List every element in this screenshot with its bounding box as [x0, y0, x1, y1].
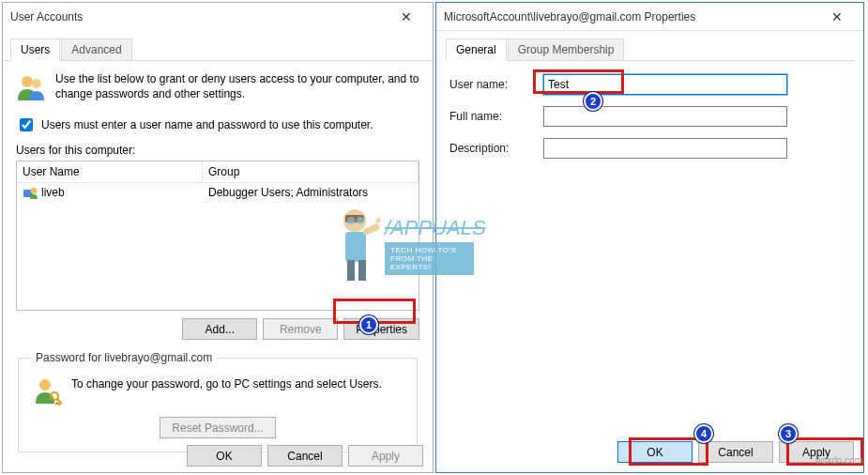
cancel-button[interactable]: Cancel	[698, 441, 773, 463]
password-legend: Password for livebrayo@gmail.com	[32, 351, 216, 364]
properties-title: MicrosoftAccount\livebrayo@gmail.com Pro…	[444, 10, 818, 23]
user-name-cell: liveb	[41, 186, 65, 199]
close-icon[interactable]: ✕	[388, 5, 425, 29]
users-listview[interactable]: User Name Group liveb Debugger Users; Ad…	[16, 161, 419, 311]
require-password-checkbox[interactable]	[20, 118, 33, 131]
ok-button[interactable]: OK	[187, 445, 262, 467]
description-label: Description:	[449, 142, 534, 155]
cancel-button[interactable]: Cancel	[267, 445, 343, 467]
properties-window: MicrosoftAccount\livebrayo@gmail.com Pro…	[435, 2, 864, 473]
fullname-label: Full name:	[449, 110, 534, 123]
user-accounts-titlebar: User Accounts ✕	[3, 3, 433, 31]
user-accounts-tabs: Users Advanced	[3, 31, 433, 61]
column-group[interactable]: Group	[203, 161, 419, 182]
properties-button[interactable]: Properties	[343, 318, 419, 340]
user-group-cell: Debugger Users; Administrators	[203, 183, 419, 202]
properties-titlebar: MicrosoftAccount\livebrayo@gmail.com Pro…	[436, 3, 863, 31]
close-icon[interactable]: ✕	[818, 5, 856, 29]
password-text: To change your password, go to PC settin…	[71, 375, 404, 391]
password-row: To change your password, go to PC settin…	[32, 375, 404, 406]
step-marker-3: 3	[779, 424, 798, 443]
user-accounts-window: User Accounts ✕ Users Advanced Use the l…	[2, 2, 434, 473]
footer-watermark: wsxdn.com	[815, 455, 862, 466]
user-cell: liveb	[17, 183, 203, 202]
username-label: User name:	[449, 78, 534, 91]
apply-button: Apply	[348, 445, 423, 467]
tab-users[interactable]: Users	[10, 38, 60, 61]
step-marker-4: 4	[694, 424, 713, 443]
username-field[interactable]	[543, 74, 787, 95]
svg-point-4	[39, 379, 51, 391]
ok-button[interactable]: OK	[617, 441, 693, 463]
user-accounts-bottom-buttons: OK Cancel Apply	[187, 445, 423, 467]
tab-general[interactable]: General	[446, 38, 507, 61]
users-icon	[16, 72, 46, 102]
remove-button: Remove	[263, 318, 338, 340]
table-row[interactable]: liveb Debugger Users; Administrators	[17, 183, 419, 202]
svg-point-3	[31, 188, 38, 194]
users-list-label: Users for this computer:	[16, 144, 419, 157]
listview-header: User Name Group	[17, 161, 419, 183]
column-username[interactable]: User Name	[17, 161, 203, 182]
tab-advanced[interactable]: Advanced	[61, 38, 131, 60]
require-password-label: Users must enter a user name and passwor…	[41, 118, 373, 131]
step-marker-2: 2	[584, 92, 602, 111]
add-button[interactable]: Add...	[182, 318, 257, 340]
svg-point-1	[32, 79, 41, 88]
user-accounts-title: User Accounts	[10, 10, 388, 23]
description-field[interactable]	[543, 138, 787, 159]
reset-password-button: Reset Password...	[160, 417, 275, 438]
properties-tabs: General Group Membership	[446, 38, 854, 61]
tab-group-membership[interactable]: Group Membership	[508, 38, 625, 60]
user-accounts-body: Use the list below to grant or deny user…	[3, 61, 433, 464]
require-password-row: Users must enter a user name and passwor…	[16, 115, 419, 134]
intro-text: Use the list below to grant or deny user…	[55, 72, 419, 102]
key-user-icon	[32, 375, 62, 406]
user-row-icon	[23, 186, 38, 199]
intro-row: Use the list below to grant or deny user…	[16, 72, 419, 102]
step-marker-1: 1	[359, 315, 378, 334]
properties-form: User name: Full name: Description:	[436, 61, 863, 159]
fullname-field[interactable]	[543, 106, 787, 127]
svg-point-0	[22, 76, 33, 87]
password-section: Password for livebrayo@gmail.com To chan…	[18, 351, 418, 452]
